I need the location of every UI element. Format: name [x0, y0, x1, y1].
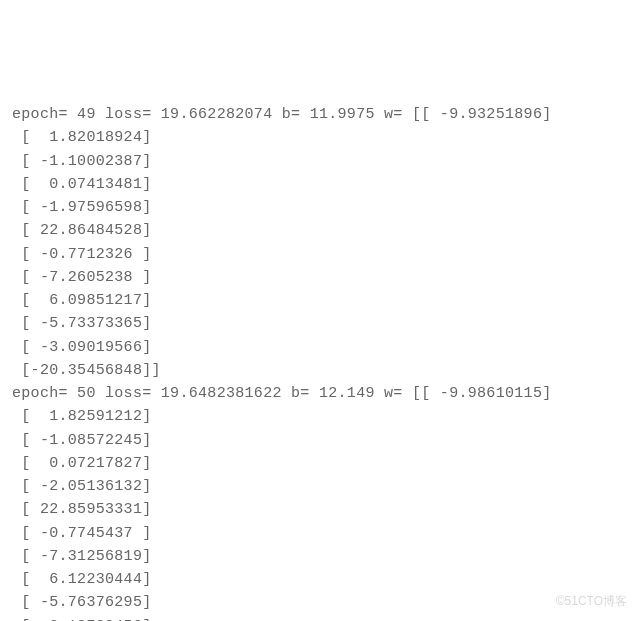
console-output: epoch= 49 loss= 19.662282074 b= 11.9975 … [12, 103, 629, 621]
watermark: ©51CTO博客 [556, 592, 627, 611]
output-text: epoch= 49 loss= 19.662282074 b= 11.9975 … [12, 106, 551, 621]
